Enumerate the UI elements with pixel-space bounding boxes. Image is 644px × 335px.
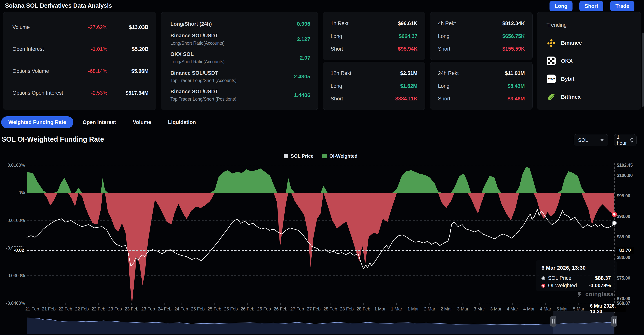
navigator-handle-right[interactable]: [611, 316, 617, 326]
rekt-row: Long$1.62M: [330, 83, 418, 89]
price-end-marker: [612, 221, 616, 225]
tooltip-series-dot: [542, 284, 545, 288]
rekt-row: Short$3.48M: [438, 96, 525, 102]
y-right-tick: $102.45: [617, 163, 633, 168]
tooltip-series-label: SOL Price: [548, 275, 571, 281]
rekt-total: $2.51M: [400, 70, 418, 76]
rekt-short-label: Short: [330, 46, 398, 52]
tooltip-series-dot: [542, 276, 545, 280]
x-axis-tick: 23 Feb: [141, 306, 155, 312]
tooltip-series-value: -0.0078%: [588, 283, 611, 288]
rekt-long-value: $8.43M: [508, 83, 525, 89]
rekt-row: 1h Rekt$96.61K: [330, 20, 418, 26]
navigator-area: [27, 318, 614, 334]
rekt-long-label: Long: [330, 33, 399, 39]
rekt-total: $812.34K: [502, 20, 525, 26]
rekt-short-value: $884.11K: [395, 96, 418, 102]
funding-end-marker: [612, 212, 616, 216]
page-scrollbar[interactable]: [642, 32, 644, 107]
rekt-row: 12h Rekt$2.51M: [330, 70, 418, 76]
x-axis-tick: 1 Mar: [391, 306, 402, 312]
funding-area-negative: [27, 193, 614, 304]
rekt-card: 4h Rekt$812.34KLong$656.75KShort$155.59K: [430, 12, 533, 60]
x-axis-tick: 5 Mar: [556, 306, 568, 312]
rekt-row: 24h Rekt$11.91M: [438, 70, 525, 76]
x-axis-tick: 26 Feb: [240, 306, 254, 312]
x-axis-tick: 4 Mar: [540, 306, 551, 312]
rekt-period-label: 4h Rekt: [438, 20, 502, 26]
y-right-tick: $100.00: [617, 173, 633, 178]
x-axis-tick: 27 Feb: [307, 306, 321, 312]
x-axis-tick: 4 Mar: [524, 306, 535, 312]
crosshair-left-label: -0.02: [12, 247, 26, 254]
rekt-card: 24h Rekt$11.91MLong$8.43MShort$3.48M: [430, 62, 533, 110]
rekt-row: Long$656.75K: [438, 33, 525, 39]
x-axis-tick: 24 Feb: [158, 306, 172, 312]
y-left-tick: 0.0100%: [8, 163, 25, 168]
tooltip-timestamp: 6 Mar 2026, 13:30: [542, 265, 611, 271]
x-axis-tick: 3 Mar: [490, 306, 502, 312]
crosshair-date-label: 6 Mar 2026, 13:30: [590, 305, 626, 312]
x-axis-tick: 28 Feb: [356, 306, 370, 312]
x-axis-tick: 3 Mar: [457, 306, 468, 312]
x-axis-tick: 22 Feb: [92, 306, 106, 312]
crosshair-right-label: 81.70: [616, 247, 634, 254]
tooltip-row: OI-Weighted-0.0078%: [542, 283, 611, 288]
rekt-short-label: Short: [330, 96, 395, 102]
x-axis-tick: 23 Feb: [108, 306, 122, 312]
chart-tooltip: 6 Mar 2026, 13:30 SOL Price$88.37OI-Weig…: [536, 260, 616, 291]
y-right-tick: $80.00: [617, 255, 630, 260]
x-axis-tick: 24 Feb: [174, 306, 188, 312]
rekt-short-label: Short: [438, 96, 508, 102]
rekt-row: Long$8.43M: [438, 83, 525, 89]
x-axis-tick: 22 Feb: [58, 306, 72, 312]
rekt-card: 1h Rekt$96.61KLong$664.37Short$95.94K: [323, 12, 425, 60]
rekt-long-label: Long: [438, 83, 508, 89]
y-right-tick: $90.00: [617, 214, 630, 219]
y-left-tick: -0.0400%: [6, 301, 25, 306]
x-axis-tick: 1 Mar: [408, 306, 419, 312]
x-axis-tick: 22 Feb: [75, 306, 89, 312]
x-axis-tick: 2 Mar: [424, 306, 435, 312]
x-axis-tick: 25 Feb: [208, 306, 222, 312]
rekt-short-value: $3.48M: [508, 96, 525, 102]
coinglass-logo-icon: [576, 291, 583, 298]
rekt-card: 12h Rekt$2.51MLong$1.62MShort$884.11K: [323, 62, 425, 110]
rekt-row: 4h Rekt$812.34K: [438, 20, 525, 26]
x-axis-tick: 28 Feb: [323, 306, 337, 312]
y-left-tick: 0%: [18, 190, 25, 195]
rekt-long-value: $664.37: [399, 33, 418, 39]
rekt-short-label: Short: [438, 46, 502, 52]
rekt-short-value: $95.94K: [398, 46, 418, 52]
x-axis-tick: 2 Mar: [441, 306, 452, 312]
funding-area-positive: [27, 166, 614, 193]
x-axis-tick: 23 Feb: [125, 306, 138, 312]
rekt-row: Short$155.59K: [438, 46, 525, 52]
rekt-long-value: $656.75K: [502, 33, 525, 39]
y-right-tick: $95.00: [617, 193, 630, 198]
x-axis-tick: 25 Feb: [191, 306, 205, 312]
x-axis-tick: 25 Feb: [224, 306, 238, 312]
rekt-total: $96.61K: [398, 20, 418, 26]
x-axis-tick: 5 Mar: [573, 306, 584, 312]
x-axis-tick: 1 Mar: [374, 306, 386, 312]
navigator-handle-left[interactable]: [550, 316, 556, 326]
rekt-period-label: 24h Rekt: [438, 70, 505, 76]
coinglass-watermark: coinglass: [576, 291, 614, 298]
navigator-selection[interactable]: [553, 311, 614, 334]
rekt-row: Short$95.94K: [330, 46, 418, 52]
rekt-period-label: 12h Rekt: [330, 70, 400, 76]
y-right-tick: $75.00: [617, 276, 630, 280]
rekt-short-value: $155.59K: [502, 46, 525, 52]
x-axis-tick: 26 Feb: [274, 306, 288, 312]
rekt-long-label: Long: [438, 33, 502, 39]
x-axis-tick: 27 Feb: [290, 306, 304, 312]
x-axis-tick: 4 Mar: [507, 306, 518, 312]
y-right-tick: $85.00: [617, 234, 630, 239]
rekt-period-label: 1h Rekt: [330, 20, 398, 26]
tooltip-series-value: $88.37: [595, 275, 611, 281]
tooltip-series-label: OI-Weighted: [548, 283, 577, 288]
y-right-tick: $70.00: [617, 296, 630, 301]
x-axis-tick: 21 Feb: [42, 306, 56, 312]
rekt-long-label: Long: [330, 83, 400, 89]
